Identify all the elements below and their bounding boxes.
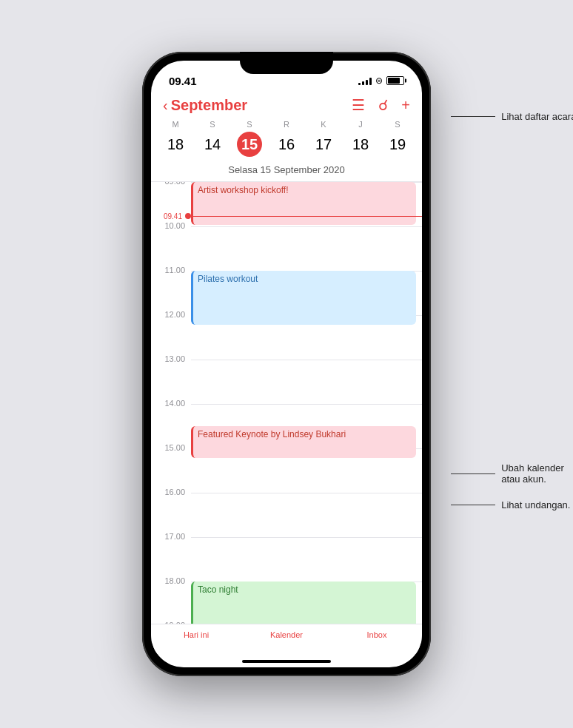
- status-icons: ⊜: [358, 75, 404, 86]
- date-subtitle: Selasa 15 September 2020: [151, 163, 422, 182]
- time-label: 09.00: [151, 182, 191, 186]
- current-time-indicator: 09.41: [151, 212, 422, 220]
- header-icons: ☰ ☌ +: [352, 96, 410, 114]
- annotation-line-2: [451, 473, 495, 474]
- time-row: 17.00: [151, 537, 422, 582]
- day-letter: S: [247, 120, 252, 129]
- day-letter: M: [172, 120, 178, 129]
- time-line: [191, 493, 422, 537]
- wifi-icon: ⊜: [375, 75, 383, 86]
- time-label: 17.00: [151, 532, 191, 541]
- event-block-2[interactable]: Featured Keynote by Lindsey Bukhari: [191, 426, 416, 458]
- time-row: 13.00: [151, 360, 422, 404]
- home-indicator: [242, 660, 331, 663]
- annotation-line: [451, 116, 495, 117]
- back-chevron-icon[interactable]: ‹: [163, 97, 168, 114]
- time-line: [191, 226, 422, 271]
- calendar-header: ‹ September ☰ ☌ +: [151, 93, 422, 120]
- list-view-icon[interactable]: ☰: [352, 96, 365, 114]
- month-label: September: [171, 97, 247, 114]
- annotation-calendar: Ubah kalenderatau akun.: [451, 462, 573, 485]
- time-label: 14.00: [151, 399, 191, 408]
- day-col-5[interactable]: J18: [344, 120, 377, 157]
- battery-icon: [386, 76, 404, 85]
- week-strip: M18S14S15R16K17J18S19: [151, 120, 422, 163]
- annotation-line-3: [451, 505, 495, 505]
- day-col-0[interactable]: M18: [159, 120, 192, 157]
- tab-kalender[interactable]: Kalender: [257, 630, 316, 639]
- day-number[interactable]: 17: [311, 132, 336, 157]
- notch: [240, 52, 333, 74]
- day-number[interactable]: 14: [200, 132, 225, 157]
- day-letter: J: [358, 120, 363, 129]
- time-row: 10.00: [151, 226, 422, 271]
- day-number[interactable]: 15: [237, 132, 262, 157]
- time-label: 13.00: [151, 354, 191, 363]
- time-label: 16.00: [151, 488, 191, 496]
- time-label: 11.00: [151, 266, 191, 274]
- event-block-1[interactable]: Pilates workout: [191, 271, 416, 325]
- day-number[interactable]: 18: [163, 132, 188, 157]
- day-col-6[interactable]: S19: [381, 120, 414, 157]
- timeline[interactable]: 09.0010.0011.0012.0013.0014.0015.0016.00…: [151, 182, 422, 624]
- tab-bar: Hari iniKalenderInbox: [151, 624, 422, 654]
- day-letter: S: [395, 120, 400, 129]
- phone-screen: 09.41 ⊜ ‹ Se: [151, 61, 422, 667]
- annotation-text-inbox: Lihat undangan.: [501, 499, 570, 510]
- day-number[interactable]: 16: [274, 132, 299, 157]
- status-time: 09.41: [169, 75, 197, 87]
- signal-icon: [358, 76, 372, 85]
- day-col-4[interactable]: K17: [307, 120, 340, 157]
- home-bar: [151, 654, 422, 667]
- time-label: 19.00: [151, 621, 191, 624]
- day-letter: S: [210, 120, 215, 129]
- day-number[interactable]: 19: [385, 132, 410, 157]
- current-time-dot: [185, 213, 191, 219]
- annotation-text-list: Lihat daftar acara.: [501, 111, 573, 122]
- add-event-icon[interactable]: +: [401, 97, 410, 114]
- time-line: [191, 537, 422, 582]
- annotation-inbox: Lihat undangan.: [451, 499, 573, 510]
- annotation-list-events: Lihat daftar acara.: [451, 111, 573, 122]
- time-label: 18.00: [151, 576, 191, 585]
- phone-frame: 09.41 ⊜ ‹ Se: [142, 52, 431, 676]
- current-time-rule: [191, 216, 422, 217]
- search-icon[interactable]: ☌: [378, 96, 388, 114]
- time-label: 10.00: [151, 221, 191, 230]
- tab-inbox[interactable]: Inbox: [347, 630, 406, 639]
- time-row: 16.00: [151, 493, 422, 537]
- day-col-3[interactable]: R16: [270, 120, 303, 157]
- month-nav[interactable]: ‹ September: [163, 97, 247, 114]
- tab-hari-ini[interactable]: Hari ini: [167, 630, 226, 639]
- page-wrapper: 09.41 ⊜ ‹ Se: [142, 52, 431, 676]
- time-label: 15.00: [151, 443, 191, 452]
- event-block-3[interactable]: Taco night: [191, 582, 416, 624]
- day-letter: R: [284, 120, 289, 129]
- day-col-1[interactable]: S14: [196, 120, 229, 157]
- current-time-label: 09.41: [151, 212, 185, 220]
- time-line: [191, 360, 422, 404]
- annotation-text-calendar: Ubah kalenderatau akun.: [501, 462, 564, 485]
- day-number[interactable]: 18: [348, 132, 373, 157]
- time-label: 12.00: [151, 310, 191, 319]
- day-col-2[interactable]: S15: [233, 120, 266, 157]
- day-letter: K: [321, 120, 326, 129]
